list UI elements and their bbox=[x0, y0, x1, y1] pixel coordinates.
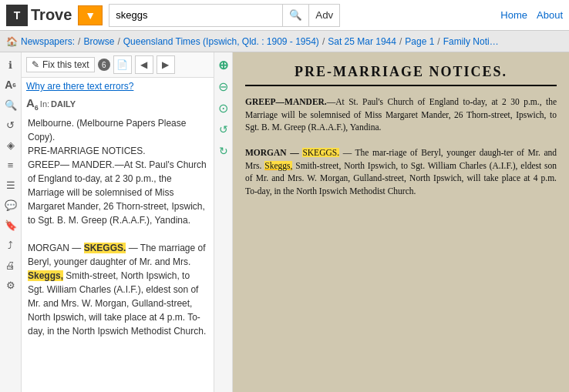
tag-icon[interactable]: ◈ bbox=[2, 136, 20, 154]
breadcrumb-sep4: / bbox=[399, 36, 402, 47]
notice2-body2: Smith-street, North Ipswich, to Sgt. Wil… bbox=[245, 161, 557, 196]
pencil-icon: ✎ bbox=[32, 59, 39, 70]
viewer-wrapper: ⊕ ⊖ ⊙ ↺ ↻ PRE-MARRIAGE NOTICES. GREEP—MA… bbox=[214, 52, 569, 392]
breadcrumb-browse[interactable]: Browse bbox=[83, 36, 114, 47]
fix-text-label: Fix this text bbox=[42, 59, 89, 70]
bookmark-icon[interactable]: 🔖 bbox=[2, 216, 20, 234]
search-input[interactable] bbox=[109, 4, 283, 27]
rotate-left-icon[interactable]: ↺ bbox=[214, 120, 233, 139]
text-content: Melbourne. (Melbourne Papers Please Copy… bbox=[22, 113, 214, 392]
main-layout: ℹ A6 🔍 ↺ ◈ ≡ ☰ 💬 🔖 ⤴ 🖨 ⚙ ✎ Fix this text… bbox=[0, 52, 569, 392]
notice2-heading: MORGAN — bbox=[245, 148, 299, 157]
error-link[interactable]: Why are there text errors? bbox=[22, 78, 214, 95]
prev-icon[interactable]: ◀ bbox=[135, 55, 153, 74]
rotate-right-icon[interactable]: ↻ bbox=[214, 142, 233, 160]
share-icon[interactable]: ⤴ bbox=[2, 236, 20, 254]
list-icon[interactable]: ≡ bbox=[2, 156, 20, 174]
breadcrumb-page[interactable]: Page 1 bbox=[405, 36, 434, 47]
header-nav: Home About bbox=[500, 9, 563, 21]
text-panel: ✎ Fix this text 6 📄 ◀ ▶ Why are there te… bbox=[22, 52, 214, 392]
sidebar-icons: ℹ A6 🔍 ↺ ◈ ≡ ☰ 💬 🔖 ⤴ 🖨 ⚙ bbox=[0, 52, 22, 392]
fix-text-button[interactable]: ✎ Fix this text bbox=[26, 57, 95, 72]
text-size-icon[interactable]: A6 bbox=[2, 75, 20, 94]
correction-count: 6 bbox=[98, 59, 110, 71]
gear-icon[interactable]: ⚙ bbox=[2, 276, 20, 294]
breadcrumb-sep: / bbox=[78, 36, 80, 47]
breadcrumb-newspapers[interactable]: Newspapers: bbox=[21, 36, 75, 47]
list2-icon[interactable]: ☰ bbox=[2, 176, 20, 194]
search-container: 🔍 Adv bbox=[109, 4, 340, 27]
notice-1: GREEP—MANDER.—At St. Paul's Church of En… bbox=[245, 95, 557, 134]
breadcrumb-family[interactable]: Family Noti… bbox=[443, 36, 499, 47]
zoom-out-icon[interactable]: ⊖ bbox=[214, 77, 233, 95]
zoom-icon[interactable]: 🔍 bbox=[2, 95, 20, 114]
notice2-highlight1: SKEGGS. bbox=[302, 148, 339, 157]
breadcrumb-paper[interactable]: Queensland Times (Ipswich, Qld. : 1909 -… bbox=[123, 36, 319, 47]
copy-icon[interactable]: 📄 bbox=[113, 55, 132, 74]
newspaper-image: PRE-MARRIAGE NOTICES. GREEP—MANDER.—At S… bbox=[233, 52, 569, 392]
search-button[interactable]: 🔍 bbox=[283, 4, 309, 27]
breadcrumb-date[interactable]: Sat 25 Mar 1944 bbox=[328, 36, 396, 47]
notice1-heading: GREEP—MANDER. bbox=[245, 97, 327, 106]
next-icon[interactable]: ▶ bbox=[157, 55, 175, 74]
breadcrumb: 🏠 Newspapers: / Browse / Queensland Time… bbox=[0, 31, 569, 52]
notice2-highlight2: Skeggs, bbox=[264, 161, 292, 170]
home-link[interactable]: Home bbox=[500, 9, 527, 21]
font-label: A6 In: DAILY bbox=[22, 95, 214, 113]
logo: T Trove bbox=[6, 5, 72, 26]
zoom-reset-icon[interactable]: ⊙ bbox=[214, 99, 233, 117]
notice-2: MORGAN — SKEGGS. — The mar-riage of Bery… bbox=[245, 146, 557, 198]
logo-text: Trove bbox=[31, 6, 72, 24]
about-link[interactable]: About bbox=[537, 9, 563, 21]
filter-button[interactable]: ▼ bbox=[78, 5, 103, 25]
breadcrumb-sep5: / bbox=[437, 36, 439, 47]
print-icon[interactable]: 🖨 bbox=[2, 256, 20, 274]
home-icon: 🏠 bbox=[6, 36, 18, 47]
header: T Trove ▼ 🔍 Adv Home About bbox=[0, 0, 569, 31]
newspaper-title: PRE-MARRIAGE NOTICES. bbox=[245, 62, 557, 86]
breadcrumb-sep2: / bbox=[117, 36, 120, 47]
comment-icon[interactable]: 💬 bbox=[2, 196, 20, 214]
highlight-skeggs1: SKEGGS. bbox=[84, 243, 126, 253]
highlight-skeggs2: Skeggs, bbox=[28, 270, 63, 281]
rotate-icon[interactable]: ↺ bbox=[2, 116, 20, 134]
text-toolbar: ✎ Fix this text 6 📄 ◀ ▶ bbox=[22, 52, 214, 78]
viewer-controls: ⊕ ⊖ ⊙ ↺ ↻ bbox=[214, 52, 233, 392]
advanced-search-button[interactable]: Adv bbox=[309, 4, 340, 27]
breadcrumb-sep3: / bbox=[322, 36, 325, 47]
info-icon[interactable]: ℹ bbox=[2, 55, 20, 74]
zoom-in-icon[interactable]: ⊕ bbox=[214, 55, 233, 74]
logo-icon: T bbox=[6, 5, 28, 26]
